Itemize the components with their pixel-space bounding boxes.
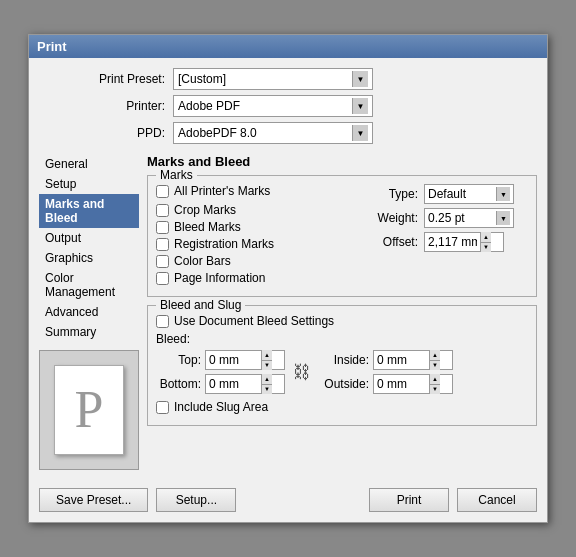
inside-up[interactable]: ▲	[430, 350, 440, 361]
offset-spinner[interactable]: ▲ ▼	[424, 232, 504, 252]
printer-arrow[interactable]: ▼	[352, 98, 368, 114]
top-down[interactable]: ▼	[262, 361, 272, 371]
use-document-bleed-checkbox[interactable]	[156, 315, 169, 328]
sidebar: General Setup Marks and Bleed Output Gra…	[39, 154, 139, 470]
marks-group-label: Marks	[156, 168, 197, 182]
outside-label: Outside:	[319, 377, 369, 391]
all-printers-marks-checkbox[interactable]	[156, 185, 169, 198]
offset-row: Offset: ▲ ▼	[368, 232, 528, 252]
top-up[interactable]: ▲	[262, 350, 272, 361]
top-arrows: ▲ ▼	[261, 350, 272, 370]
bottom-up[interactable]: ▲	[262, 374, 272, 385]
ppd-dropdown[interactable]: AdobePDF 8.0 ▼	[173, 122, 373, 144]
sidebar-item-general[interactable]: General	[39, 154, 139, 174]
bleed-marks-checkbox[interactable]	[156, 221, 169, 234]
offset-label: Offset:	[368, 235, 418, 249]
registration-marks-checkbox[interactable]	[156, 238, 169, 251]
offset-input[interactable]	[425, 235, 480, 249]
use-document-bleed-label: Use Document Bleed Settings	[174, 314, 334, 328]
bottom-input[interactable]	[206, 377, 261, 391]
weight-row: Weight: 0.25 pt ▼	[368, 208, 528, 228]
outside-row: Outside: ▲ ▼	[319, 374, 453, 394]
bleed-marks-label: Bleed Marks	[174, 220, 241, 234]
bottom-down[interactable]: ▼	[262, 385, 272, 395]
outside-input[interactable]	[374, 377, 429, 391]
bleed-label: Bleed:	[156, 332, 190, 346]
crop-marks-row: Crop Marks	[156, 203, 352, 217]
page-information-checkbox[interactable]	[156, 272, 169, 285]
inside-spinner[interactable]: ▲ ▼	[373, 350, 453, 370]
outside-spinner[interactable]: ▲ ▼	[373, 374, 453, 394]
bottom-label: Bottom:	[156, 377, 201, 391]
inside-arrows: ▲ ▼	[429, 350, 440, 370]
print-preset-label: Print Preset:	[99, 72, 165, 86]
top-input[interactable]	[206, 353, 261, 367]
sidebar-item-summary[interactable]: Summary	[39, 322, 139, 342]
top-spinner[interactable]: ▲ ▼	[205, 350, 285, 370]
ppd-arrow[interactable]: ▼	[352, 125, 368, 141]
type-label: Type:	[368, 187, 418, 201]
right-buttons: Print Cancel	[369, 488, 537, 512]
page-preview: P	[39, 350, 139, 470]
crop-marks-checkbox[interactable]	[156, 204, 169, 217]
offset-down[interactable]: ▼	[481, 243, 491, 253]
print-preset-arrow[interactable]: ▼	[352, 71, 368, 87]
sidebar-item-graphics[interactable]: Graphics	[39, 248, 139, 268]
bleed-label-line: Bleed:	[156, 332, 528, 346]
printer-dropdown[interactable]: Adobe PDF ▼	[173, 95, 373, 117]
offset-up[interactable]: ▲	[481, 232, 491, 243]
printer-label: Printer:	[99, 99, 165, 113]
top-label: Top:	[156, 353, 201, 367]
bleed-left-col: Top: ▲ ▼ Bottom:	[156, 350, 285, 394]
use-document-bleed-row: Use Document Bleed Settings	[156, 314, 528, 328]
section-title: Marks and Bleed	[147, 154, 537, 169]
bottom-arrows: ▲ ▼	[261, 374, 272, 394]
cancel-button[interactable]: Cancel	[457, 488, 537, 512]
include-slug-label: Include Slug Area	[174, 400, 268, 414]
weight-dropdown-arrow[interactable]: ▼	[496, 211, 510, 225]
bottom-row: Bottom: ▲ ▼	[156, 374, 285, 394]
marks-left: All Printer's Marks Crop Marks Bleed Mar…	[156, 184, 352, 288]
dialog-title: Print	[37, 39, 67, 54]
bleed-slug-group: Bleed and Slug Use Document Bleed Settin…	[147, 305, 537, 426]
crop-marks-label: Crop Marks	[174, 203, 236, 217]
all-printers-marks-row: All Printer's Marks	[156, 184, 352, 198]
outside-down[interactable]: ▼	[430, 385, 440, 395]
offset-arrows: ▲ ▼	[480, 232, 491, 252]
print-preset-dropdown[interactable]: [Custom] ▼	[173, 68, 373, 90]
top-row: Top: ▲ ▼	[156, 350, 285, 370]
sidebar-item-color-management[interactable]: Color Management	[39, 268, 139, 302]
color-bars-label: Color Bars	[174, 254, 231, 268]
bottom-buttons: Save Preset... Setup... Print Cancel	[39, 480, 537, 512]
ppd-label: PPD:	[99, 126, 165, 140]
type-dropdown[interactable]: Default ▼	[424, 184, 514, 204]
color-bars-row: Color Bars	[156, 254, 352, 268]
bleed-marks-row: Bleed Marks	[156, 220, 352, 234]
sidebar-item-marks-and-bleed[interactable]: Marks and Bleed	[39, 194, 139, 228]
sidebar-item-output[interactable]: Output	[39, 228, 139, 248]
type-row: Type: Default ▼	[368, 184, 528, 204]
sidebar-item-advanced[interactable]: Advanced	[39, 302, 139, 322]
inside-down[interactable]: ▼	[430, 361, 440, 371]
inside-row: Inside: ▲ ▼	[319, 350, 453, 370]
preview-inner: P	[54, 365, 124, 455]
preview-p-icon: P	[75, 384, 104, 436]
inside-input[interactable]	[374, 353, 429, 367]
save-preset-button[interactable]: Save Preset...	[39, 488, 148, 512]
left-buttons: Save Preset... Setup...	[39, 488, 236, 512]
color-bars-checkbox[interactable]	[156, 255, 169, 268]
sidebar-item-setup[interactable]: Setup	[39, 174, 139, 194]
print-button[interactable]: Print	[369, 488, 449, 512]
outside-up[interactable]: ▲	[430, 374, 440, 385]
weight-dropdown[interactable]: 0.25 pt ▼	[424, 208, 514, 228]
print-dialog: Print Print Preset: [Custom] ▼ Printer: …	[28, 34, 548, 523]
include-slug-checkbox[interactable]	[156, 401, 169, 414]
type-dropdown-arrow[interactable]: ▼	[496, 187, 510, 201]
page-information-row: Page Information	[156, 271, 352, 285]
setup-button[interactable]: Setup...	[156, 488, 236, 512]
bleed-right-col: Inside: ▲ ▼ Outside:	[319, 350, 453, 394]
right-panel: Marks and Bleed Marks All Printer's Mark…	[147, 154, 537, 470]
marks-group: Marks All Printer's Marks Crop Marks	[147, 175, 537, 297]
bottom-spinner[interactable]: ▲ ▼	[205, 374, 285, 394]
all-printers-marks-label: All Printer's Marks	[174, 184, 270, 198]
